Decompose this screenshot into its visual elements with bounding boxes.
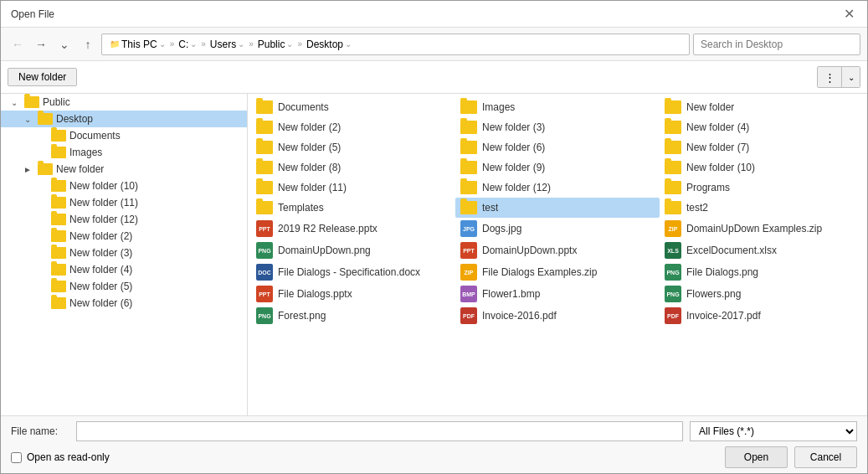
file-item[interactable]: PPTFile Dialogs.pptx	[251, 283, 455, 305]
view-toggle: ⋮ ⌄	[817, 66, 860, 88]
file-item[interactable]: PNGFlowers.png	[660, 283, 864, 305]
file-item[interactable]: New folder (2)	[251, 117, 455, 137]
file-item[interactable]: BMPFlower1.bmp	[455, 283, 660, 305]
file-item[interactable]: PNGFile Dialogs.png	[660, 261, 864, 283]
sidebar-item-nf4[interactable]: New folder (4)	[1, 261, 247, 278]
folder-icon-newfolder	[38, 163, 53, 175]
cancel-button[interactable]: Cancel	[794, 446, 857, 468]
pdf-icon: PDF	[460, 307, 477, 324]
file-item[interactable]: New folder	[660, 97, 864, 117]
nf10-icon	[34, 179, 48, 193]
file-name: Flower1.bmp	[482, 288, 540, 300]
file-item[interactable]: PNGForest.png	[251, 305, 455, 327]
file-item[interactable]: Images	[455, 97, 660, 117]
file-item[interactable]: New folder (11)	[251, 178, 455, 198]
file-item[interactable]: DOCFile Dialogs - Specification.docx	[251, 261, 455, 283]
folder-icon-public	[24, 96, 39, 108]
file-name: DomainUpDown.png	[278, 245, 371, 256]
filetype-select[interactable]: All Files (*.*)	[690, 421, 857, 441]
breadcrumb-users[interactable]: Users ⌄	[208, 38, 247, 51]
sidebar-item-public[interactable]: ⌄ Public	[1, 94, 247, 111]
file-item[interactable]: Templates	[251, 198, 455, 218]
sidebar-label-documents: Documents	[69, 130, 121, 142]
folder-icon	[665, 100, 681, 114]
file-name: Documents	[278, 101, 329, 113]
file-name: DomainUpDown Examples.zip	[686, 223, 822, 234]
file-item[interactable]: New folder (6)	[455, 137, 660, 157]
dropdown-button[interactable]: ⌄	[54, 34, 74, 54]
readonly-checkbox-label[interactable]: Open as read-only	[11, 451, 110, 463]
breadcrumb-thispc[interactable]: 📁 This PC ⌄	[107, 38, 168, 51]
sidebar-item-nf6[interactable]: New folder (6)	[1, 295, 247, 312]
folder-icon	[256, 181, 273, 194]
breadcrumb-desktop[interactable]: Desktop ⌄	[304, 38, 354, 51]
file-name: Invoice-2017.pdf	[686, 310, 761, 322]
file-name: File Dialogs - Specification.docx	[278, 266, 420, 278]
close-button[interactable]: ✕	[840, 6, 857, 23]
docx-icon: DOC	[256, 264, 273, 281]
file-item[interactable]: PDFInvoice-2017.pdf	[660, 305, 864, 327]
file-item[interactable]: PNGDomainUpDown.png	[251, 240, 455, 261]
file-item[interactable]: ZIPFile Dialogs Examples.zip	[455, 261, 660, 283]
file-item[interactable]: PDFInvoice-2016.pdf	[455, 305, 660, 327]
folder-icon	[665, 161, 681, 174]
file-name: Programs	[686, 182, 730, 193]
file-item[interactable]: PPTDomainUpDown.pptx	[455, 240, 660, 261]
file-item[interactable]: XLSExcelDocument.xlsx	[660, 240, 864, 261]
file-item[interactable]: New folder (9)	[455, 157, 660, 178]
readonly-checkbox[interactable]	[11, 452, 22, 463]
file-item[interactable]: JPGDogs.jpg	[455, 218, 660, 240]
file-item[interactable]: PPT2019 R2 Release.pptx	[251, 218, 455, 240]
sidebar-item-nf10[interactable]: New folder (10)	[1, 178, 247, 194]
sidebar-item-desktop[interactable]: ⌄ Desktop	[1, 111, 247, 127]
sidebar-item-nf12[interactable]: New folder (12)	[1, 211, 247, 228]
file-item[interactable]: New folder (3)	[455, 117, 660, 137]
open-button[interactable]: Open	[725, 446, 788, 468]
forward-button[interactable]: →	[31, 34, 51, 54]
new-folder-button[interactable]: New folder	[8, 68, 77, 86]
folder-icon	[665, 121, 681, 134]
file-item[interactable]: New folder (7)	[660, 137, 864, 157]
view-grid-button[interactable]: ⋮	[818, 67, 841, 87]
view-dropdown-button[interactable]: ⌄	[841, 67, 860, 87]
filename-input[interactable]	[76, 421, 683, 441]
back-button[interactable]: ←	[8, 34, 28, 54]
sidebar-item-nf2[interactable]: New folder (2)	[1, 228, 247, 245]
sidebar-item-nf5[interactable]: New folder (5)	[1, 278, 247, 295]
sidebar-item-images[interactable]: Images	[1, 144, 247, 161]
breadcrumb-public[interactable]: Public ⌄	[255, 38, 296, 51]
files-panel: DocumentsImagesNew folderNew folder (2)N…	[248, 94, 867, 415]
file-item[interactable]: test	[455, 198, 660, 218]
dialog-title: Open File	[11, 8, 54, 20]
file-item[interactable]: New folder (10)	[660, 157, 864, 178]
pptx-icon: PPT	[460, 242, 477, 259]
file-item[interactable]: ZIPDomainUpDown Examples.zip	[660, 218, 864, 240]
sidebar-item-documents[interactable]: Documents	[1, 127, 247, 144]
file-name: New folder (5)	[278, 142, 341, 153]
breadcrumb-c[interactable]: C: ⌄	[176, 38, 199, 51]
file-item[interactable]: Programs	[660, 178, 864, 198]
action-buttons: Open Cancel	[725, 446, 857, 468]
file-name: New folder (2)	[278, 121, 341, 133]
sidebar-item-nf3[interactable]: New folder (3)	[1, 245, 247, 261]
filename-row: File name: All Files (*.*)	[11, 421, 857, 441]
search-input[interactable]	[693, 33, 860, 55]
file-item[interactable]: New folder (5)	[251, 137, 455, 157]
file-item[interactable]: New folder (12)	[455, 178, 660, 198]
breadcrumb-thispc-label: This PC	[121, 39, 157, 50]
up-button[interactable]: ↑	[78, 34, 98, 54]
file-name: File Dialogs.pptx	[278, 288, 352, 300]
file-item[interactable]: New folder (4)	[660, 117, 864, 137]
file-item[interactable]: Documents	[251, 97, 455, 117]
sidebar-label-nf12: New folder (12)	[69, 214, 138, 225]
sidebar-item-newfolder[interactable]: ► New folder	[1, 161, 247, 178]
file-name: test	[482, 202, 498, 214]
sidebar-label-nf2: New folder (2)	[69, 230, 132, 242]
file-item[interactable]: test2	[660, 198, 864, 218]
folder-icon-nf12	[51, 214, 66, 225]
folder-icon	[256, 201, 273, 214]
breadcrumb-bar[interactable]: 📁 This PC ⌄ » C: ⌄ » Users ⌄ » Public ⌄ …	[101, 33, 690, 55]
folder-icon	[256, 100, 273, 114]
file-item[interactable]: New folder (8)	[251, 157, 455, 178]
sidebar-item-nf11[interactable]: New folder (11)	[1, 194, 247, 211]
